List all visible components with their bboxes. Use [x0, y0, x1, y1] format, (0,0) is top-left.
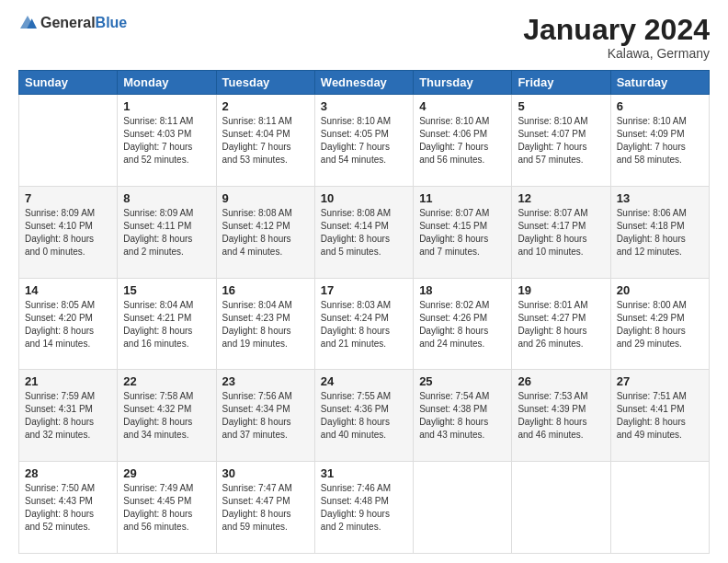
day-number: 11: [419, 191, 506, 205]
header-row: Sunday Monday Tuesday Wednesday Thursday…: [19, 71, 710, 95]
day-cell: [610, 462, 709, 554]
day-cell: [414, 462, 512, 554]
day-info: Sunrise: 7:49 AMSunset: 4:45 PMDaylight:…: [123, 483, 193, 532]
day-cell: 15Sunrise: 8:04 AMSunset: 4:21 PMDayligh…: [118, 278, 216, 370]
week-row-4: 21Sunrise: 7:59 AMSunset: 4:31 PMDayligh…: [19, 370, 710, 462]
day-number: 13: [617, 191, 703, 205]
day-cell: 27Sunrise: 7:51 AMSunset: 4:41 PMDayligh…: [610, 370, 709, 462]
day-cell: 2Sunrise: 8:11 AMSunset: 4:04 PMDaylight…: [216, 95, 314, 187]
col-saturday: Saturday: [610, 71, 709, 95]
day-cell: 24Sunrise: 7:55 AMSunset: 4:36 PMDayligh…: [314, 370, 413, 462]
day-info: Sunrise: 7:51 AMSunset: 4:41 PMDaylight:…: [617, 391, 687, 440]
col-tuesday: Tuesday: [216, 71, 314, 95]
day-number: 9: [222, 191, 309, 205]
day-cell: 11Sunrise: 8:07 AMSunset: 4:15 PMDayligh…: [414, 186, 512, 278]
day-number: 23: [222, 374, 309, 388]
day-info: Sunrise: 7:50 AMSunset: 4:43 PMDaylight:…: [25, 483, 95, 532]
day-cell: 16Sunrise: 8:04 AMSunset: 4:23 PMDayligh…: [216, 278, 314, 370]
day-number: 24: [321, 374, 407, 388]
day-cell: 21Sunrise: 7:59 AMSunset: 4:31 PMDayligh…: [19, 370, 118, 462]
month-title: January 2024: [523, 14, 710, 46]
day-cell: 12Sunrise: 8:07 AMSunset: 4:17 PMDayligh…: [512, 186, 610, 278]
title-block: January 2024 Kalawa, Germany: [523, 14, 710, 61]
logo-blue: Blue: [96, 15, 128, 31]
day-cell: [19, 95, 118, 187]
day-number: 1: [123, 99, 210, 113]
day-number: 20: [617, 283, 703, 297]
day-number: 14: [25, 283, 111, 297]
calendar-page: General Blue January 2024 Kalawa, German…: [0, 0, 728, 563]
day-info: Sunrise: 7:59 AMSunset: 4:31 PMDaylight:…: [25, 391, 95, 440]
day-cell: 31Sunrise: 7:46 AMSunset: 4:48 PMDayligh…: [314, 462, 413, 554]
day-number: 7: [25, 191, 111, 205]
header: General Blue January 2024 Kalawa, German…: [18, 14, 710, 61]
day-cell: 10Sunrise: 8:08 AMSunset: 4:14 PMDayligh…: [314, 186, 413, 278]
day-number: 16: [222, 283, 309, 297]
day-info: Sunrise: 8:06 AMSunset: 4:18 PMDaylight:…: [617, 208, 687, 257]
day-info: Sunrise: 8:11 AMSunset: 4:03 PMDaylight:…: [123, 116, 193, 165]
col-monday: Monday: [118, 71, 216, 95]
day-cell: 13Sunrise: 8:06 AMSunset: 4:18 PMDayligh…: [610, 186, 709, 278]
day-info: Sunrise: 8:07 AMSunset: 4:15 PMDaylight:…: [419, 208, 489, 257]
day-number: 21: [25, 374, 111, 388]
day-info: Sunrise: 7:53 AMSunset: 4:39 PMDaylight:…: [518, 391, 587, 440]
col-thursday: Thursday: [414, 71, 512, 95]
day-number: 25: [419, 374, 506, 388]
day-info: Sunrise: 8:04 AMSunset: 4:21 PMDaylight:…: [123, 300, 193, 349]
day-info: Sunrise: 7:58 AMSunset: 4:32 PMDaylight:…: [123, 391, 193, 440]
day-number: 18: [419, 283, 506, 297]
day-info: Sunrise: 7:55 AMSunset: 4:36 PMDaylight:…: [321, 391, 391, 440]
day-number: 2: [222, 99, 309, 113]
day-cell: 9Sunrise: 8:08 AMSunset: 4:12 PMDaylight…: [216, 186, 314, 278]
day-number: 6: [617, 99, 703, 113]
day-number: 19: [518, 283, 604, 297]
day-info: Sunrise: 7:56 AMSunset: 4:34 PMDaylight:…: [222, 391, 292, 440]
day-cell: 20Sunrise: 8:00 AMSunset: 4:29 PMDayligh…: [610, 278, 709, 370]
day-info: Sunrise: 8:05 AMSunset: 4:20 PMDaylight:…: [25, 300, 95, 349]
day-cell: 5Sunrise: 8:10 AMSunset: 4:07 PMDaylight…: [512, 95, 610, 187]
day-number: 31: [321, 466, 407, 480]
day-info: Sunrise: 8:02 AMSunset: 4:26 PMDaylight:…: [419, 300, 489, 349]
day-cell: 4Sunrise: 8:10 AMSunset: 4:06 PMDaylight…: [414, 95, 512, 187]
day-info: Sunrise: 8:10 AMSunset: 4:07 PMDaylight:…: [518, 116, 587, 165]
day-number: 3: [321, 99, 407, 113]
day-number: 12: [518, 191, 604, 205]
week-row-2: 7Sunrise: 8:09 AMSunset: 4:10 PMDaylight…: [19, 186, 710, 278]
day-info: Sunrise: 7:54 AMSunset: 4:38 PMDaylight:…: [419, 391, 489, 440]
day-cell: 6Sunrise: 8:10 AMSunset: 4:09 PMDaylight…: [610, 95, 709, 187]
day-cell: 30Sunrise: 7:47 AMSunset: 4:47 PMDayligh…: [216, 462, 314, 554]
day-info: Sunrise: 8:01 AMSunset: 4:27 PMDaylight:…: [518, 300, 587, 349]
day-number: 5: [518, 99, 604, 113]
day-info: Sunrise: 7:47 AMSunset: 4:47 PMDaylight:…: [222, 483, 292, 532]
day-cell: 23Sunrise: 7:56 AMSunset: 4:34 PMDayligh…: [216, 370, 314, 462]
day-info: Sunrise: 8:09 AMSunset: 4:10 PMDaylight:…: [25, 208, 95, 257]
day-cell: 1Sunrise: 8:11 AMSunset: 4:03 PMDaylight…: [118, 95, 216, 187]
day-number: 27: [617, 374, 703, 388]
day-cell: [512, 462, 610, 554]
day-number: 26: [518, 374, 604, 388]
day-cell: 7Sunrise: 8:09 AMSunset: 4:10 PMDaylight…: [19, 186, 118, 278]
day-number: 4: [419, 99, 506, 113]
day-cell: 25Sunrise: 7:54 AMSunset: 4:38 PMDayligh…: [414, 370, 512, 462]
day-cell: 8Sunrise: 8:09 AMSunset: 4:11 PMDaylight…: [118, 186, 216, 278]
day-info: Sunrise: 8:00 AMSunset: 4:29 PMDaylight:…: [617, 300, 687, 349]
day-info: Sunrise: 8:10 AMSunset: 4:09 PMDaylight:…: [617, 116, 687, 165]
logo-icon: [18, 14, 37, 32]
day-number: 15: [123, 283, 210, 297]
day-info: Sunrise: 8:04 AMSunset: 4:23 PMDaylight:…: [222, 300, 292, 349]
day-info: Sunrise: 8:08 AMSunset: 4:14 PMDaylight:…: [321, 208, 391, 257]
day-number: 28: [25, 466, 111, 480]
day-number: 22: [123, 374, 210, 388]
day-number: 17: [321, 283, 407, 297]
col-friday: Friday: [512, 71, 610, 95]
week-row-5: 28Sunrise: 7:50 AMSunset: 4:43 PMDayligh…: [19, 462, 710, 554]
week-row-1: 1Sunrise: 8:11 AMSunset: 4:03 PMDaylight…: [19, 95, 710, 187]
day-cell: 18Sunrise: 8:02 AMSunset: 4:26 PMDayligh…: [414, 278, 512, 370]
day-number: 8: [123, 191, 210, 205]
location-subtitle: Kalawa, Germany: [523, 46, 710, 61]
day-number: 10: [321, 191, 407, 205]
day-info: Sunrise: 8:07 AMSunset: 4:17 PMDaylight:…: [518, 208, 587, 257]
day-info: Sunrise: 8:10 AMSunset: 4:05 PMDaylight:…: [321, 116, 391, 165]
day-info: Sunrise: 8:09 AMSunset: 4:11 PMDaylight:…: [123, 208, 193, 257]
day-info: Sunrise: 8:03 AMSunset: 4:24 PMDaylight:…: [321, 300, 391, 349]
